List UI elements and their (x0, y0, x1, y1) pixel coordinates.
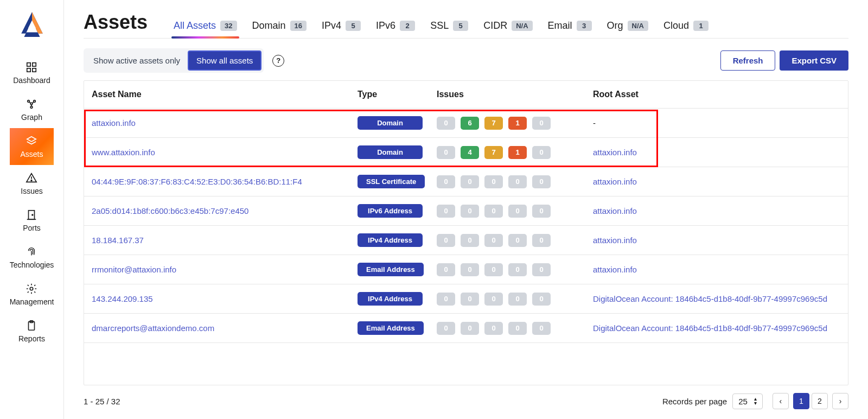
asset-name-link[interactable]: 04:44:9E:9F:08:37:F6:83:C4:52:E3:D0:36:5… (92, 177, 302, 186)
issue-count-pill: 0 (532, 234, 551, 247)
issue-count-pill: 0 (437, 293, 455, 306)
prev-page-button[interactable]: ‹ (773, 393, 789, 409)
root-asset-link[interactable]: attaxion.info (593, 206, 637, 215)
table-row[interactable]: 143.244.209.135IPv4 Address00000DigitalO… (84, 284, 848, 314)
issue-count-pill: 0 (437, 117, 455, 130)
tab-label: All Assets (174, 20, 216, 31)
table-row[interactable]: www.attaxion.infoDomain04710attaxion.inf… (84, 138, 848, 167)
issues-pills: 06710 (437, 117, 578, 130)
issue-count-pill: 1 (508, 117, 527, 130)
col-header-issues[interactable]: Issues (429, 81, 585, 109)
tab-cidr[interactable]: CIDRN/A (483, 20, 532, 38)
tab-ipv4[interactable]: IPv45 (322, 20, 361, 38)
issue-count-pill: 0 (461, 234, 479, 247)
asset-name-link[interactable]: www.attaxion.info (92, 148, 155, 157)
sidebar-item-assets[interactable]: Assets (10, 128, 54, 165)
table-row[interactable]: 18.184.167.37IPv4 Address00000attaxion.i… (84, 226, 848, 255)
tab-domain[interactable]: Domain16 (252, 20, 307, 38)
issue-count-pill: 7 (484, 117, 503, 130)
app-logo (18, 10, 46, 38)
issues-pills: 00000 (437, 322, 578, 335)
root-asset-link[interactable]: attaxion.info (593, 148, 637, 157)
help-icon[interactable]: ? (272, 55, 284, 67)
root-asset-link[interactable]: DigitalOcean Account: 1846b4c5-d1b8-40df… (593, 323, 827, 333)
sidebar-item-technologies[interactable]: Technologies (10, 239, 54, 276)
export-csv-button[interactable]: Export CSV (780, 50, 848, 71)
tab-count-badge: 5 (453, 21, 468, 31)
sidebar-item-ports[interactable]: Ports (10, 202, 54, 239)
table-row[interactable]: 04:44:9E:9F:08:37:F6:83:C4:52:E3:D0:36:5… (84, 167, 848, 196)
svg-rect-14 (29, 211, 35, 220)
asset-type-chip: IPv4 Address (358, 233, 423, 247)
sidebar-item-label: Technologies (10, 261, 54, 269)
issue-count-pill: 0 (461, 205, 479, 218)
issue-count-pill: 0 (437, 146, 455, 159)
sidebar-item-graph[interactable]: Graph (10, 91, 54, 128)
table-row[interactable]: dmarcreports@attaxiondemo.comEmail Addre… (84, 314, 848, 343)
svg-point-16 (32, 214, 33, 215)
sidebar-item-management[interactable]: Management (10, 276, 54, 313)
table-row[interactable]: 2a05:d014:1b8f:c600:b6c3:e45b:7c97:e450I… (84, 196, 848, 226)
sidebar-item-label: Dashboard (13, 76, 50, 85)
svg-rect-0 (27, 63, 30, 66)
issue-count-pill: 1 (508, 146, 527, 159)
root-asset-link[interactable]: attaxion.info (593, 265, 637, 274)
asset-name-link[interactable]: rrmonitor@attaxion.info (92, 265, 176, 274)
next-page-button[interactable]: › (832, 393, 848, 409)
root-asset-text: - (593, 118, 596, 128)
asset-name-link[interactable]: 18.184.167.37 (92, 236, 144, 245)
svg-marker-11 (27, 137, 36, 142)
asset-type-chip: Domain (358, 145, 423, 159)
asset-name-link[interactable]: dmarcreports@attaxiondemo.com (92, 323, 214, 333)
asset-name-link[interactable]: attaxion.info (92, 118, 136, 128)
issue-count-pill: 0 (532, 322, 551, 335)
page-button-1[interactable]: 1 (793, 393, 809, 409)
root-asset-link[interactable]: DigitalOcean Account: 1846b4c5-d1b8-40df… (593, 294, 827, 303)
issue-count-pill: 0 (508, 322, 527, 335)
asset-type-chip: IPv4 Address (358, 292, 423, 306)
sidebar-item-reports[interactable]: Reports (10, 313, 54, 350)
issue-count-pill: 0 (461, 175, 479, 188)
root-asset-link[interactable]: attaxion.info (593, 236, 637, 245)
svg-point-5 (34, 100, 36, 103)
asset-name-link[interactable]: 2a05:d014:1b8f:c600:b6c3:e45b:7c97:e450 (92, 206, 248, 215)
issue-count-pill: 7 (484, 146, 503, 159)
col-header-asset-name[interactable]: Asset Name (84, 81, 350, 109)
rpp-select[interactable]: 25 ▴▾ (732, 393, 763, 409)
tab-ssl[interactable]: SSL5 (430, 20, 468, 38)
door-icon (25, 208, 38, 221)
issue-count-pill: 0 (461, 322, 479, 335)
sidebar-item-dashboard[interactable]: Dashboard (10, 54, 54, 91)
sidebar-item-issues[interactable]: Issues (10, 165, 54, 202)
tab-count-badge: N/A (628, 21, 648, 31)
tab-cloud[interactable]: Cloud1 (663, 20, 709, 38)
issues-pills: 04710 (437, 146, 578, 159)
table-row[interactable]: rrmonitor@attaxion.infoEmail Address0000… (84, 255, 848, 284)
record-range-text: 1 - 25 / 32 (84, 397, 120, 406)
tab-all-assets[interactable]: All Assets32 (174, 20, 237, 38)
root-asset-link[interactable]: attaxion.info (593, 177, 637, 186)
show-active-only-button[interactable]: Show active assets only (86, 52, 188, 69)
rpp-value: 25 (738, 397, 748, 406)
svg-rect-3 (33, 68, 36, 72)
header-row: Assets All Assets32Domain16IPv45IPv62SSL… (84, 11, 848, 39)
issue-count-pill: 0 (508, 293, 527, 306)
issue-count-pill: 0 (461, 263, 479, 276)
tab-count-badge: 2 (400, 21, 415, 31)
page-button-2[interactable]: 2 (812, 393, 828, 409)
col-header-type[interactable]: Type (350, 81, 429, 109)
refresh-button[interactable]: Refresh (720, 50, 776, 71)
col-header-root[interactable]: Root Asset (585, 81, 848, 109)
tab-count-badge: 32 (220, 21, 237, 31)
issue-count-pill: 0 (437, 263, 455, 276)
tab-email[interactable]: Email3 (548, 20, 592, 38)
tab-ipv6[interactable]: IPv62 (376, 20, 415, 38)
table-row[interactable]: attaxion.infoDomain06710- (84, 109, 848, 138)
tab-org[interactable]: OrgN/A (607, 20, 648, 38)
asset-name-link[interactable]: 143.244.209.135 (92, 294, 153, 303)
toolbar: Show active assets only Show all assets … (84, 48, 848, 73)
records-per-page: Records per page 25 ▴▾ (662, 393, 763, 409)
issue-count-pill: 0 (484, 322, 503, 335)
tab-count-badge: 16 (290, 21, 307, 31)
show-all-button[interactable]: Show all assets (188, 50, 261, 71)
